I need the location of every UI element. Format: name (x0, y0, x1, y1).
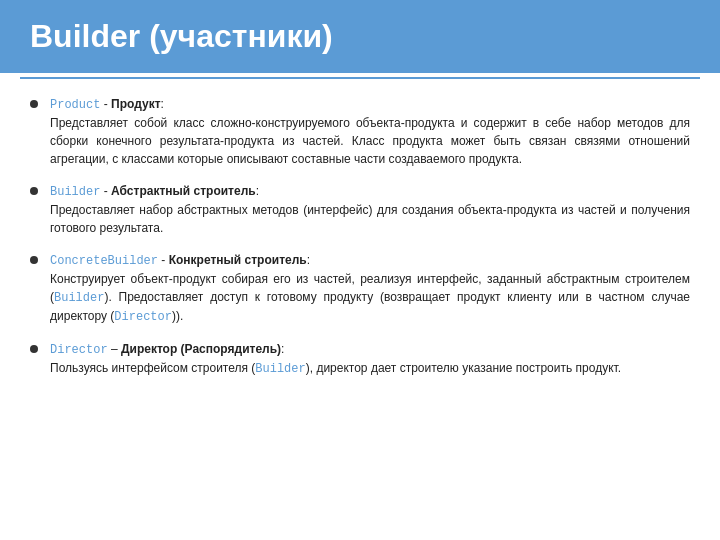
bold-term-concretebuilder: Конкретный строитель (169, 253, 307, 267)
bullet-dot (30, 345, 38, 353)
slide-header: Builder (участники) (0, 0, 720, 73)
slide-title: Builder (участники) (30, 18, 333, 54)
separator: - (158, 253, 169, 267)
separator: – (108, 342, 121, 356)
bullet-list: Product - Продукт: Представляет собой кл… (30, 95, 690, 378)
colon: : (161, 97, 164, 111)
bullet-text-builder: Builder - Абстрактный строитель: Предост… (50, 182, 690, 237)
colon: : (307, 253, 310, 267)
list-item: Product - Продукт: Представляет собой кл… (30, 95, 690, 168)
colon: : (281, 342, 284, 356)
bullet-dot (30, 100, 38, 108)
content-area: Product - Продукт: Представляет собой кл… (0, 87, 720, 400)
description-product: Представляет собой класс сложно-конструи… (50, 116, 690, 166)
bold-term-builder: Абстрактный строитель (111, 184, 256, 198)
code-term-director: Director (50, 343, 108, 357)
colon: : (256, 184, 259, 198)
bullet-text-concretebuilder: ConcreteBuilder - Конкретный строитель: … (50, 251, 690, 326)
bullet-dot (30, 187, 38, 195)
divider (20, 77, 700, 79)
code-term-concretebuilder: ConcreteBuilder (50, 254, 158, 268)
list-item: Director – Директор (Распорядитель): Пол… (30, 340, 690, 378)
bold-term-director: Директор (Распорядитель) (121, 342, 281, 356)
bullet-dot (30, 256, 38, 264)
list-item: Builder - Абстрактный строитель: Предост… (30, 182, 690, 237)
code-term-director-ref: Director (114, 310, 172, 324)
description-concretebuilder: Конструирует объект-продукт собирая его … (50, 272, 690, 323)
bold-term-product: Продукт (111, 97, 160, 111)
separator: - (100, 184, 111, 198)
description-builder: Предоставляет набор абстрактных методов … (50, 203, 690, 235)
list-item: ConcreteBuilder - Конкретный строитель: … (30, 251, 690, 326)
bullet-text-product: Product - Продукт: Представляет собой кл… (50, 95, 690, 168)
bullet-text-director: Director – Директор (Распорядитель): Пол… (50, 340, 621, 378)
separator: - (100, 97, 111, 111)
description-director: Пользуясь интерфейсом строителя (Builder… (50, 361, 621, 375)
code-term-builder-ref2: Builder (255, 362, 305, 376)
code-term-builder: Builder (50, 185, 100, 199)
code-term-builder-ref: Builder (54, 291, 104, 305)
code-term-product: Product (50, 98, 100, 112)
slide: Builder (участники) Product - Продукт: П… (0, 0, 720, 540)
